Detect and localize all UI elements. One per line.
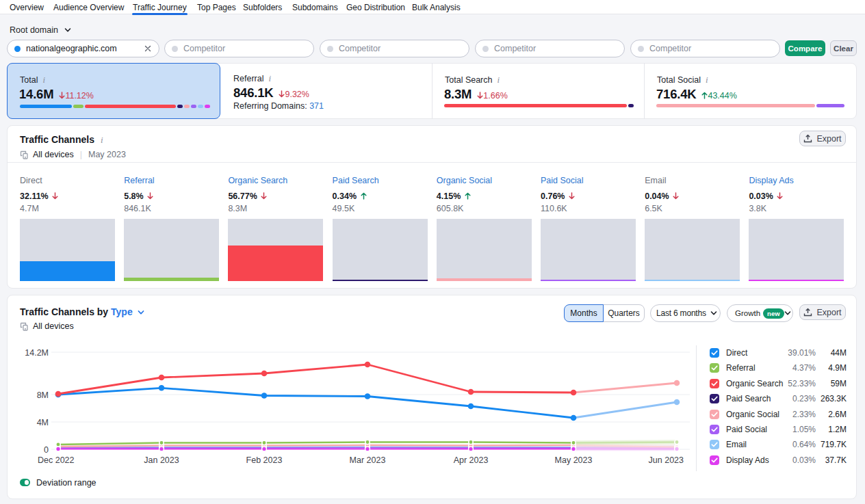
svg-text:Mar 2023: Mar 2023 <box>350 455 386 465</box>
svg-text:0: 0 <box>44 445 49 455</box>
svg-text:14.2M: 14.2M <box>25 348 49 358</box>
svg-text:Dec 2022: Dec 2022 <box>38 455 75 465</box>
svg-text:8M: 8M <box>37 390 49 400</box>
svg-text:Apr 2023: Apr 2023 <box>454 455 489 465</box>
svg-text:Feb 2023: Feb 2023 <box>246 455 283 465</box>
svg-text:Jun 2023: Jun 2023 <box>649 455 684 465</box>
svg-text:4M: 4M <box>37 418 49 427</box>
svg-text:May 2023: May 2023 <box>555 455 593 465</box>
svg-text:Jan 2023: Jan 2023 <box>144 455 179 465</box>
